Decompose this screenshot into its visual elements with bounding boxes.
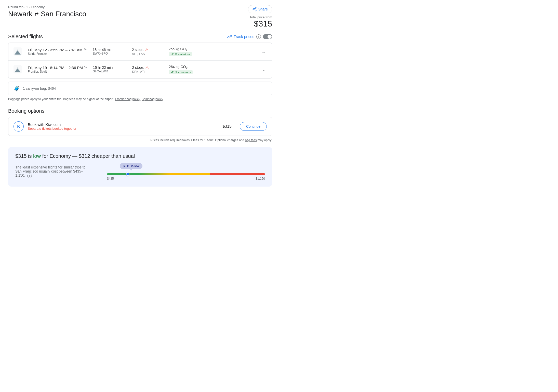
flights-container: Fri, May 12 · 3:55 PM – 7:41 AM +1 Spiri… <box>8 43 272 79</box>
selected-flights-title: Selected flights <box>8 34 43 40</box>
svg-point-1 <box>253 9 254 10</box>
top-bar: Round trip · 1 · Economy Newark ⇄ San Fr… <box>8 5 272 29</box>
header-left: Round trip · 1 · Economy Newark ⇄ San Fr… <box>8 5 86 18</box>
range-max: $1,150 <box>256 177 265 180</box>
svg-line-3 <box>254 9 255 10</box>
flight-route-1: EWR–SFO <box>93 52 126 55</box>
flight-date-1: Fri, May 12 · <box>28 48 50 52</box>
price-range-container: $315 is low $435 $1,150 <box>107 163 265 180</box>
flight-row-2: Fri, May 19 · 8:14 PM – 2:36 PM +1 Front… <box>8 61 272 78</box>
booking-price: $315 <box>222 124 232 129</box>
insight-title: $315 is low for Economy — $312 cheaper t… <box>15 153 265 159</box>
baggage-label: 1 carry-on bag: $464 <box>23 86 56 90</box>
insight-price: $315 <box>15 153 27 159</box>
flight-duration-1: 18 hr 46 min <box>93 48 126 52</box>
kiwi-logo: K <box>14 121 24 132</box>
range-indicator <box>126 172 129 176</box>
flight-expand-1[interactable]: ⌄ <box>260 47 267 56</box>
share-icon <box>252 7 257 11</box>
booking-card: K Book with Kiwi.com Separate tickets bo… <box>8 117 272 136</box>
insight-is: is <box>28 153 33 159</box>
flight-airline-2: Frontier, Spirit <box>28 70 87 73</box>
route-title: Newark ⇄ San Francisco <box>8 10 86 18</box>
svg-line-4 <box>254 8 255 9</box>
bag-fees-link[interactable]: bag fees <box>245 138 257 142</box>
baggage-icon: 🧳 <box>14 85 20 92</box>
flight-expand-2[interactable]: ⌄ <box>260 65 267 73</box>
track-prices-label[interactable]: Track prices <box>227 34 254 39</box>
baggage-note: Baggage prices apply to your entire trip… <box>8 97 272 101</box>
booking-info: Book with Kiwi.com Separate tickets book… <box>28 122 218 130</box>
svg-point-2 <box>255 10 256 11</box>
price-range-bar <box>107 173 265 175</box>
trip-meta: Round trip · 1 · Economy <box>8 5 86 9</box>
price-label: Total price from <box>248 15 272 19</box>
price-block: Share Total price from $315 <box>248 5 272 29</box>
flight-stops-block-1: 2 stops ⚠ ATL, LAS <box>132 47 163 56</box>
flight-stop-cities-2: DEN, ATL <box>132 70 163 74</box>
insight-cheaper: cheaper than usual <box>91 153 135 159</box>
flight-times-2: Fri, May 19 · 8:14 PM – 2:36 PM +1 <box>28 65 87 70</box>
range-min: $435 <box>107 177 114 180</box>
trend-icon <box>227 34 232 39</box>
flight-day-offset-2: +1 <box>84 65 87 68</box>
origin: Newark <box>8 10 32 18</box>
co2-amount-1: 266 kg CO2 <box>169 47 254 52</box>
destination: San Francisco <box>41 10 86 18</box>
airline-logo-1 <box>14 47 22 56</box>
range-labels: $435 $1,150 <box>107 177 265 180</box>
insight-body: The least expensive flights for similar … <box>15 163 265 180</box>
insight-savings: $312 <box>79 153 90 159</box>
continue-button[interactable]: Continue <box>240 122 267 131</box>
booking-options-title: Booking options <box>8 108 44 114</box>
emissions-badge-2: -11% emissions <box>169 70 193 74</box>
track-prices-row: Track prices i <box>227 34 272 39</box>
flight-time-block-2: Fri, May 19 · 8:14 PM – 2:36 PM +1 Front… <box>28 65 87 73</box>
share-button[interactable]: Share <box>248 5 272 13</box>
flight-stop-cities-1: ATL, LAS <box>132 52 163 56</box>
price-disclaimer: Prices include required taxes + fees for… <box>8 138 272 142</box>
insight-rest: for Economy — <box>42 153 79 159</box>
flight-duration-block-2: 15 hr 22 min SFO–EWR <box>93 66 126 73</box>
flight-duration-2: 15 hr 22 min <box>93 66 126 70</box>
emissions-badge-1: -11% emissions <box>169 52 193 56</box>
flight-times-1: Fri, May 12 · 3:55 PM – 7:41 AM +1 <box>28 47 87 52</box>
insight-description: The least expensive flights for similar … <box>15 165 92 178</box>
svg-point-0 <box>255 7 256 9</box>
flight-depart-2: 8:14 PM – 2:36 PM <box>50 66 83 70</box>
flight-date-2: Fri, May 19 · <box>28 66 50 70</box>
booking-options-header: Booking options <box>8 108 272 114</box>
warning-icon-1: ⚠ <box>145 47 149 52</box>
co2-amount-2: 264 kg CO2 <box>169 65 254 70</box>
spirit-bag-policy-link[interactable]: Spirit bag policy <box>142 97 163 101</box>
flight-time-block-1: Fri, May 12 · 3:55 PM – 7:41 AM +1 Spiri… <box>28 47 87 56</box>
flight-route-2: SFO–EWR <box>93 70 126 73</box>
selected-flights-header: Selected flights Track prices i <box>8 34 272 40</box>
flight-co2-block-1: 266 kg CO2 -11% emissions <box>169 47 254 56</box>
price-insight: $315 is low for Economy — $312 cheaper t… <box>8 147 272 187</box>
booking-note: Separate tickets booked together <box>28 127 218 130</box>
flight-airline-1: Spirit, Frontier <box>28 52 87 56</box>
flight-depart-1: 3:55 PM – 7:41 AM <box>50 48 83 52</box>
price-bubble: $315 is low <box>120 163 142 169</box>
flight-stops-block-2: 2 stops ⚠ DEN, ATL <box>132 65 163 74</box>
baggage-row: 🧳 1 carry-on bag: $464 <box>8 82 272 95</box>
insight-level: low <box>33 153 41 159</box>
track-prices-info-icon[interactable]: i <box>256 34 261 39</box>
flight-co2-block-2: 264 kg CO2 -11% emissions <box>169 65 254 74</box>
share-label: Share <box>258 7 268 11</box>
flight-stops-1: 2 stops ⚠ <box>132 47 163 52</box>
flight-row: Fri, May 12 · 3:55 PM – 7:41 AM +1 Spiri… <box>8 43 272 61</box>
flight-day-offset-1: +1 <box>84 47 86 50</box>
warning-icon-2: ⚠ <box>145 65 149 70</box>
airline-logo-2 <box>14 65 22 73</box>
flight-duration-block-1: 18 hr 46 min EWR–SFO <box>93 48 126 55</box>
frontier-bag-policy-link[interactable]: Frontier bag policy <box>115 97 140 101</box>
booking-name: Book with Kiwi.com <box>28 122 218 127</box>
flight-stops-2: 2 stops ⚠ <box>132 65 163 70</box>
swap-icon: ⇄ <box>34 11 39 17</box>
track-prices-toggle[interactable] <box>263 34 272 39</box>
total-price: $315 <box>248 19 272 29</box>
insight-info-icon[interactable]: i <box>27 174 32 178</box>
